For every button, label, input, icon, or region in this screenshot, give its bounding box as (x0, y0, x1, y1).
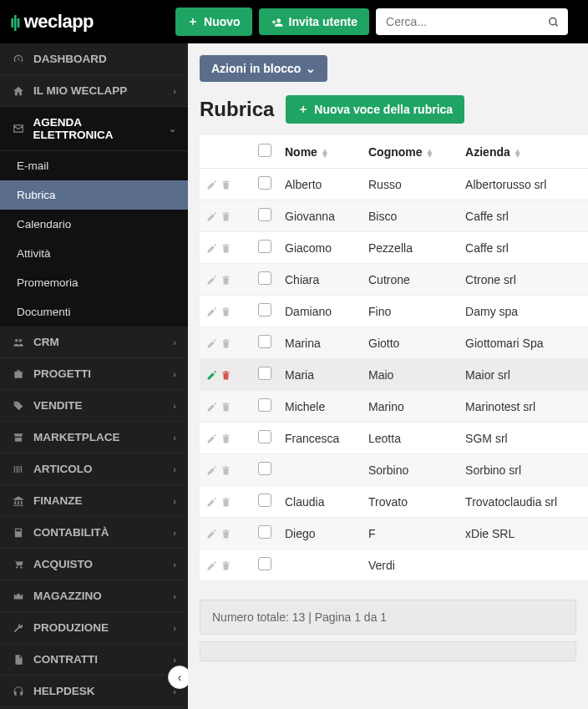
sidebar-subitem-rubrica[interactable]: Rubrica (0, 180, 188, 210)
table-row[interactable]: MariaMaioMaior srl (200, 359, 588, 391)
row-checkbox[interactable] (258, 557, 271, 570)
row-checkbox[interactable] (258, 208, 271, 221)
edit-icon[interactable] (206, 337, 217, 350)
edit-icon[interactable] (206, 559, 217, 572)
edit-icon[interactable] (206, 273, 217, 286)
delete-icon[interactable] (220, 241, 231, 255)
page-title: Rubrica (200, 98, 274, 121)
edit-icon[interactable] (206, 305, 217, 318)
select-all-checkbox[interactable] (258, 144, 271, 157)
row-checkbox[interactable] (258, 462, 271, 475)
invite-user-button[interactable]: Invita utente (259, 8, 369, 35)
sidebar-subitem-promemoria[interactable]: Promemoria (0, 268, 188, 297)
cell-nome: Alberto (278, 169, 362, 200)
sidebar-item-dashboard[interactable]: DASHBOARD (0, 43, 188, 75)
cell-cognome: Leotta (362, 423, 459, 454)
col-azienda[interactable]: Azienda▲▼ (459, 135, 588, 169)
table-row[interactable]: DamianoFinoDamy spa (200, 296, 588, 327)
delete-icon[interactable] (220, 305, 231, 318)
new-button[interactable]: ＋ Nuovo (175, 8, 252, 36)
edit-icon[interactable] (206, 210, 217, 223)
col-actions (200, 135, 251, 169)
table-row[interactable]: ClaudiaTrovatoTrovatoclaudia srl (200, 486, 588, 518)
delete-icon[interactable] (220, 463, 231, 477)
delete-icon[interactable] (220, 432, 231, 445)
row-checkbox[interactable] (258, 303, 271, 317)
chevron-right-icon: › (173, 464, 176, 474)
table-row[interactable]: ChiaraCutroneCtrone srl (200, 264, 588, 296)
delete-icon[interactable] (220, 527, 231, 540)
edit-icon[interactable] (206, 368, 217, 382)
col-nome[interactable]: Nome▲▼ (278, 135, 362, 169)
table-row[interactable]: SorbinoSorbino srl (200, 454, 588, 486)
bulk-actions-button[interactable]: Azioni in blocco ⌄ (200, 55, 327, 82)
cell-cognome: F (362, 518, 459, 549)
row-checkbox[interactable] (258, 398, 271, 412)
sort-icon: ▲▼ (426, 149, 434, 157)
edit-icon[interactable] (206, 400, 217, 413)
delete-icon[interactable] (220, 178, 231, 191)
sidebar-item-vendite[interactable]: VENDITE › (0, 390, 188, 422)
chevron-right-icon: › (173, 496, 176, 506)
edit-icon[interactable] (206, 527, 217, 540)
delete-icon[interactable] (220, 210, 231, 223)
sidebar-subitem-calendario[interactable]: Calendario (0, 210, 188, 239)
chevron-right-icon: › (173, 86, 176, 96)
col-cognome[interactable]: Cognome▲▼ (362, 135, 459, 169)
table-footer: Numero totale: 13 | Pagina 1 da 1 (200, 600, 576, 635)
edit-icon[interactable] (206, 241, 217, 255)
sidebar-item-finanze[interactable]: FINANZE › (0, 485, 188, 517)
cell-nome: Francesca (278, 423, 362, 454)
table-row[interactable]: GiovannaBiscoCaffe srl (200, 200, 588, 232)
search-input[interactable] (376, 8, 568, 35)
table-row[interactable]: GiacomoPezzellaCaffe srl (200, 232, 588, 264)
sidebar-item-articolo[interactable]: ARTICOLO › (0, 453, 188, 485)
sidebar-item-label: DASHBOARD (33, 53, 107, 65)
sidebar-item-magazzino[interactable]: MAGAZZINO › (0, 580, 188, 612)
table-row[interactable]: Verdi (200, 549, 588, 581)
delete-icon[interactable] (220, 368, 231, 382)
delete-icon[interactable] (220, 559, 231, 572)
sidebar-subitem-attivita[interactable]: Attività (0, 239, 188, 268)
sidebar-item-agenda[interactable]: AGENDA ELETTRONICA ⌄ (0, 107, 188, 151)
sidebar-item-contabilita[interactable]: CONTABILITÀ › (0, 517, 188, 549)
row-checkbox[interactable] (258, 335, 271, 348)
delete-icon[interactable] (220, 400, 231, 413)
edit-icon[interactable] (206, 178, 217, 191)
cell-cognome: Marino (362, 391, 459, 423)
table-row[interactable]: AlbertoRussoAlbertorusso srl (200, 169, 588, 200)
new-contact-button[interactable]: ＋ Nuova voce della rubrica (286, 95, 464, 124)
sidebar-collapse-button[interactable]: ‹ (168, 666, 188, 689)
sidebar-item-helpdesk[interactable]: HELPDESK › (0, 676, 188, 707)
row-checkbox[interactable] (258, 494, 271, 507)
search-icon[interactable] (548, 15, 560, 28)
sidebar-item-my-weclapp[interactable]: IL MIO WECLAPP › (0, 75, 188, 107)
sidebar-item-crm[interactable]: CRM › (0, 327, 188, 358)
sidebar-item-acquisto[interactable]: ACQUISTO › (0, 549, 188, 580)
svg-line-1 (555, 24, 558, 27)
sidebar-item-progetti[interactable]: PROGETTI › (0, 358, 188, 390)
row-checkbox[interactable] (258, 240, 271, 253)
delete-icon[interactable] (220, 273, 231, 286)
delete-icon[interactable] (220, 337, 231, 350)
sidebar-item-produzione[interactable]: PRODUZIONE › (0, 612, 188, 644)
sidebar-subitem-email[interactable]: E-mail (0, 151, 188, 180)
edit-icon[interactable] (206, 432, 217, 445)
row-checkbox[interactable] (258, 525, 271, 539)
row-checkbox[interactable] (258, 176, 271, 190)
delete-icon[interactable] (220, 495, 231, 509)
row-checkbox[interactable] (258, 367, 271, 380)
sidebar-item-contratti[interactable]: CONTRATTI › (0, 644, 188, 676)
sidebar-subitem-documenti[interactable]: Documenti (0, 297, 188, 327)
table-row[interactable]: DiegoFxDie SRL (200, 518, 588, 549)
edit-icon[interactable] (206, 495, 217, 509)
table-row[interactable]: FrancescaLeottaSGM srl (200, 423, 588, 454)
edit-icon[interactable] (206, 463, 217, 477)
row-checkbox[interactable] (258, 271, 271, 285)
row-checkbox[interactable] (258, 430, 271, 443)
table-row[interactable]: MicheleMarinoMarinotest srl (200, 391, 588, 423)
table-row[interactable]: MarinaGiottoGiottomari Spa (200, 327, 588, 359)
crown-icon (12, 590, 25, 602)
sidebar-item-marketplace[interactable]: MARKETPLACE › (0, 422, 188, 453)
global-search (376, 8, 568, 35)
